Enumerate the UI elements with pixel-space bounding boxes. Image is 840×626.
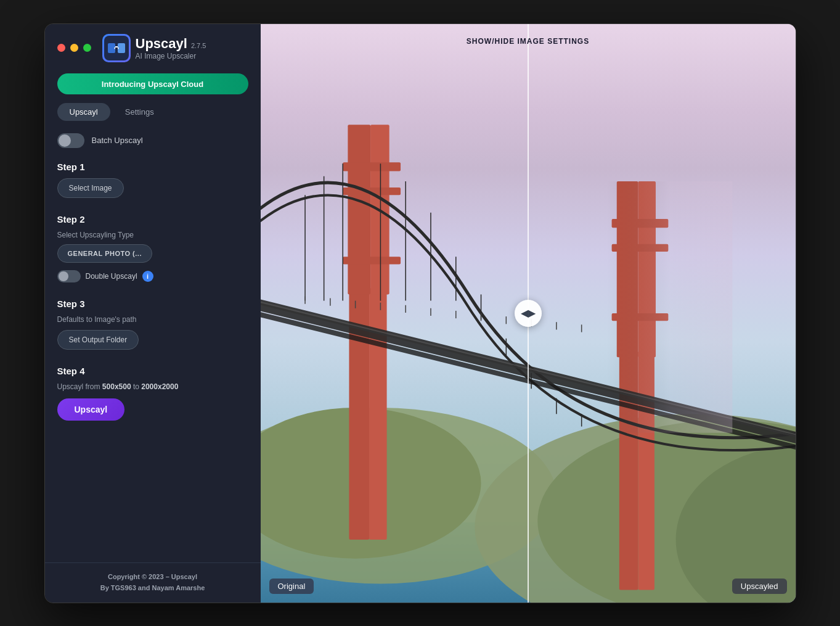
app-title-block: Upscayl 2.7.5 AI Image Upscaler bbox=[136, 36, 206, 60]
app-logo bbox=[102, 34, 131, 62]
double-upscayl-label: Double Upscayl bbox=[86, 272, 137, 281]
batch-toggle-label: Batch Upscayl bbox=[92, 136, 143, 145]
upscayled-label: Upscayled bbox=[732, 579, 787, 594]
tab-settings[interactable]: Settings bbox=[113, 103, 166, 121]
step4-heading: Step 4 bbox=[57, 366, 248, 376]
bridge-scene: ◀▶ Original Upscayled bbox=[261, 24, 796, 603]
tab-bar: Upscayl Settings bbox=[57, 103, 248, 121]
step4-to-size: 2000x2000 bbox=[141, 382, 178, 391]
close-button[interactable] bbox=[57, 44, 65, 52]
footer-text: Copyright © 2023 – Upscayl By TGS963 and… bbox=[57, 572, 248, 593]
minimize-button[interactable] bbox=[70, 44, 78, 52]
cloud-banner[interactable]: Introducing Upscayl Cloud bbox=[57, 73, 248, 94]
cloud-banner-text: Introducing Upscayl Cloud bbox=[102, 80, 203, 89]
toggle-knob bbox=[59, 134, 71, 147]
footer-copyright: Copyright © 2023 – bbox=[108, 573, 171, 580]
double-upscayl-toggle[interactable] bbox=[57, 270, 81, 282]
footer-credits-prefix: By bbox=[100, 584, 111, 591]
titlebar: Upscayl 2.7.5 AI Image Upscaler bbox=[45, 24, 261, 71]
step3-block: Step 3 Defaults to Image's path Set Outp… bbox=[57, 299, 248, 350]
step4-desc: Upscayl from 500x500 to 2000x2000 bbox=[57, 382, 248, 391]
original-label: Original bbox=[269, 579, 314, 594]
svg-rect-45 bbox=[606, 181, 732, 432]
compare-arrows-icon: ◀▶ bbox=[521, 307, 536, 319]
main-content: SHOW/HIDE IMAGE SETTINGS bbox=[261, 24, 796, 603]
double-upscayl-info-icon[interactable]: i bbox=[142, 271, 153, 282]
model-select-button[interactable]: GENERAL PHOTO (... bbox=[57, 244, 152, 263]
step4-prefix: Upscayl from bbox=[57, 382, 102, 391]
fullscreen-button[interactable] bbox=[83, 44, 91, 52]
step2-sublabel: Select Upscayling Type bbox=[57, 231, 248, 239]
step4-to-text: to bbox=[131, 382, 142, 391]
double-upscayl-knob bbox=[59, 271, 68, 281]
image-viewer: ◀▶ Original Upscayled bbox=[261, 24, 796, 603]
step4-block: Step 4 Upscayl from 500x500 to 2000x2000… bbox=[57, 366, 248, 421]
sidebar: Upscayl 2.7.5 AI Image Upscaler Introduc… bbox=[45, 24, 261, 603]
select-image-button[interactable]: Select Image bbox=[57, 178, 124, 198]
step1-heading: Step 1 bbox=[57, 162, 248, 172]
image-settings-text: SHOW/HIDE IMAGE SETTINGS bbox=[467, 37, 589, 46]
app-window: Upscayl 2.7.5 AI Image Upscaler Introduc… bbox=[44, 23, 796, 603]
sidebar-footer: Copyright © 2023 – Upscayl By TGS963 and… bbox=[45, 562, 261, 602]
svg-rect-8 bbox=[369, 288, 387, 540]
app-name-text: Upscayl bbox=[136, 36, 187, 52]
step3-sublabel: Defaults to Image's path bbox=[57, 315, 248, 324]
footer-brand: Upscayl bbox=[171, 573, 197, 580]
step3-heading: Step 3 bbox=[57, 299, 248, 309]
batch-toggle[interactable] bbox=[57, 133, 84, 148]
upscayl-button[interactable]: Upscayl bbox=[57, 398, 125, 421]
step1-block: Step 1 Select Image bbox=[57, 162, 248, 198]
svg-rect-15 bbox=[343, 162, 401, 171]
svg-rect-11 bbox=[348, 125, 370, 294]
app-version: 2.7.5 bbox=[191, 42, 206, 49]
step2-heading: Step 2 bbox=[57, 214, 248, 224]
traffic-lights bbox=[57, 44, 91, 52]
sidebar-content: Batch Upscayl Step 1 Select Image Step 2… bbox=[45, 133, 261, 563]
image-settings-bar[interactable]: SHOW/HIDE IMAGE SETTINGS bbox=[467, 35, 589, 46]
set-output-folder-button[interactable]: Set Output Folder bbox=[57, 330, 139, 350]
tab-upscayl[interactable]: Upscayl bbox=[57, 103, 110, 121]
compare-handle[interactable]: ◀▶ bbox=[515, 300, 542, 327]
footer-credits: TGS963 and Nayam Amarshe bbox=[111, 584, 205, 591]
double-upscayl-row: Double Upscayl i bbox=[57, 270, 248, 282]
step4-from-size: 500x500 bbox=[102, 382, 131, 391]
app-subtitle: AI Image Upscaler bbox=[136, 52, 206, 60]
svg-rect-17 bbox=[343, 257, 401, 264]
batch-upscayl-row: Batch Upscayl bbox=[57, 133, 248, 148]
step2-block: Step 2 Select Upscayling Type GENERAL PH… bbox=[57, 214, 248, 282]
